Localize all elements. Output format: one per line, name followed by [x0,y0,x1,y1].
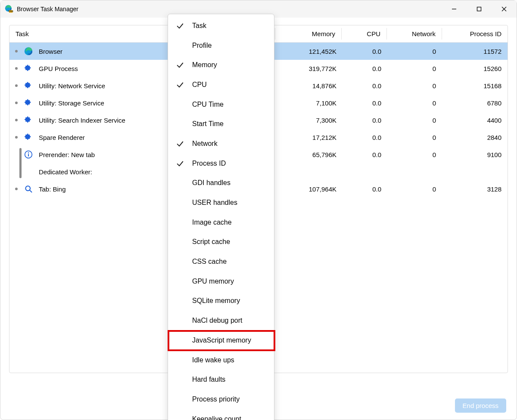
menu-item[interactable]: GDI handles [168,173,274,193]
row-bullet [9,136,23,139]
row-bullet [9,84,23,87]
menu-item-label: CSS cache [192,258,274,266]
menu-item[interactable]: Start Time [168,114,274,134]
col-network[interactable]: Network [387,25,442,42]
menu-item-label: CPU Time [192,101,274,108]
cell-pid: 11572 [442,48,508,55]
row-bullet [9,188,23,190]
menu-item-label: Keepalive count [192,415,274,420]
svg-line-12 [30,190,32,192]
cell-network: 0 [387,82,442,90]
cell-memory: 7,300K [277,117,343,124]
window-frame: CAN Browser Task Manager Task Memory CPU… [0,0,517,420]
menu-item-label: Hard faults [192,376,274,383]
cell-pid: 15260 [442,65,508,72]
col-memory-label: Memory [312,30,335,37]
menu-item[interactable]: Keepalive count [168,409,274,420]
cell-cpu: 0.0 [343,185,387,193]
col-memory[interactable]: Memory [275,25,341,42]
menu-item[interactable]: Idle wake ups [168,350,274,370]
cell-network: 0 [387,185,442,193]
cell-network: 0 [387,151,442,158]
cell-cpu: 0.0 [343,117,387,124]
cell-pid: 9100 [442,151,508,158]
svg-point-9 [28,152,29,154]
col-cpu[interactable]: CPU [342,25,386,42]
check-icon [168,160,192,167]
close-button[interactable] [492,0,517,18]
menu-item[interactable]: CPU Time [168,95,274,114]
col-task-label: Task [16,30,29,37]
cell-network: 0 [387,65,442,72]
menu-item-label: USER handles [192,199,274,207]
app-icon: CAN [5,5,13,13]
menu-item[interactable]: NaCl debug port [168,311,274,330]
col-pid[interactable]: Process ID [442,25,508,42]
menu-item[interactable]: Script cache [168,232,274,252]
window-title: Browser Task Manager [17,6,78,12]
menu-item-label: Profile [192,42,274,49]
menu-item[interactable]: USER handles [168,193,274,213]
cell-pid: 3128 [442,185,508,193]
menu-item-label: NaCl debug port [192,317,274,324]
cell-memory: 121,452K [277,48,343,55]
cell-cpu: 0.0 [343,134,387,141]
row-bullet [9,50,23,52]
cell-memory: 65,796K [277,151,343,158]
menu-item[interactable]: SQLite memory [168,291,274,311]
menu-item[interactable]: Network [168,134,274,154]
menu-item[interactable]: Process ID [168,154,274,173]
check-icon [168,81,192,89]
row-bullet [9,102,23,104]
svg-text:CAN: CAN [9,10,13,12]
cell-pid: 4400 [442,117,508,124]
thread-group-bar [19,148,22,178]
end-process-button[interactable]: End process [455,398,506,413]
menu-item-label: SQLite memory [192,297,274,305]
menu-item-label: GDI handles [192,179,274,187]
cell-network: 0 [387,48,442,55]
menu-item-label: GPU memory [192,278,274,285]
cell-network: 0 [387,117,442,124]
minimize-button[interactable] [442,0,467,18]
cell-pid: 6780 [442,99,508,107]
svg-rect-4 [477,7,481,11]
menu-item[interactable]: Task [168,16,274,36]
col-network-label: Network [412,30,436,37]
info-icon [23,150,34,159]
menu-item[interactable]: Memory [168,55,274,75]
check-icon [168,61,192,69]
menu-item[interactable]: CPU [168,75,274,95]
row-bullet [9,119,23,121]
menu-item-label: Script cache [192,238,274,246]
menu-item[interactable]: Profile [168,36,274,56]
cell-memory: 7,100K [277,99,343,107]
maximize-button[interactable] [467,0,492,18]
menu-item[interactable]: CSS cache [168,252,274,272]
cell-pid: 2840 [442,134,508,141]
menu-item-label: CPU [192,81,274,89]
menu-item-label: Process priority [192,395,274,403]
search-icon [23,185,34,193]
menu-item[interactable]: JavaScript memory [168,330,274,350]
puzzle-icon [23,133,34,142]
column-context-menu: TaskProfileMemoryCPUCPU TimeStart TimeNe… [168,14,274,420]
cell-cpu: 0.0 [343,48,387,55]
row-bullet [9,67,23,70]
menu-item[interactable]: Hard faults [168,370,274,389]
puzzle-icon [23,116,34,124]
menu-item[interactable]: Process priority [168,389,274,409]
check-icon [168,140,192,148]
menu-item-label: Memory [192,61,274,69]
menu-item-label: JavaScript memory [192,337,274,344]
menu-item[interactable]: Image cache [168,213,274,232]
check-icon [168,22,192,30]
menu-item[interactable]: GPU memory [168,272,274,291]
cell-cpu: 0.0 [343,82,387,90]
edge-icon [23,47,34,56]
menu-item-label: Task [192,22,274,30]
menu-item-label: Idle wake ups [192,356,274,364]
puzzle-icon [23,81,34,90]
col-cpu-label: CPU [367,30,380,37]
cell-network: 0 [387,99,442,107]
